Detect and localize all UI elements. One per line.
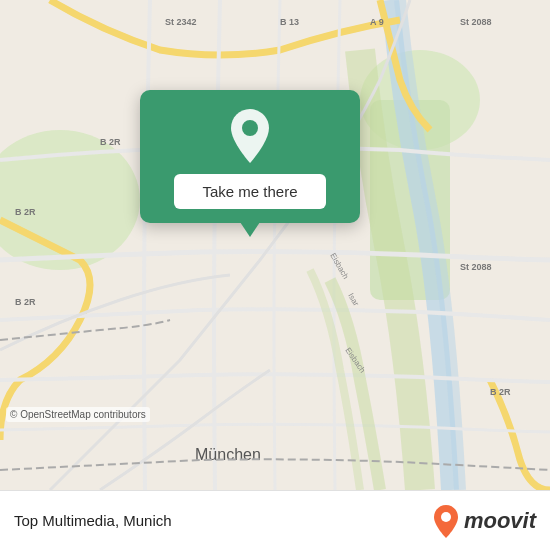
svg-point-18 <box>242 120 258 136</box>
svg-text:B 2R: B 2R <box>15 297 36 307</box>
osm-attribution: © OpenStreetMap contributors <box>6 407 150 422</box>
location-text: Top Multimedia, Munich <box>14 512 172 529</box>
svg-text:St 2088: St 2088 <box>460 17 492 27</box>
moovit-pin-icon <box>432 504 460 538</box>
location-icon-wrap <box>224 110 276 162</box>
svg-text:St 2088: St 2088 <box>460 262 492 272</box>
location-pin-icon <box>226 107 274 165</box>
svg-text:B 2R: B 2R <box>15 207 36 217</box>
svg-text:B 13: B 13 <box>280 17 299 27</box>
svg-text:St 2342: St 2342 <box>165 17 197 27</box>
svg-point-19 <box>441 512 451 522</box>
svg-text:A 9: A 9 <box>370 17 384 27</box>
moovit-logo: moovit <box>432 504 536 538</box>
popup-card: Take me there <box>140 90 360 223</box>
moovit-wordmark: moovit <box>464 508 536 534</box>
svg-text:B 2R: B 2R <box>490 387 511 397</box>
bottom-bar: Top Multimedia, Munich moovit <box>0 490 550 550</box>
svg-text:B 2R: B 2R <box>100 137 121 147</box>
take-me-there-button[interactable]: Take me there <box>174 174 325 209</box>
map-container: B 2R B 2R B 2R St 2342 B 13 A 9 St 2088 … <box>0 0 550 490</box>
